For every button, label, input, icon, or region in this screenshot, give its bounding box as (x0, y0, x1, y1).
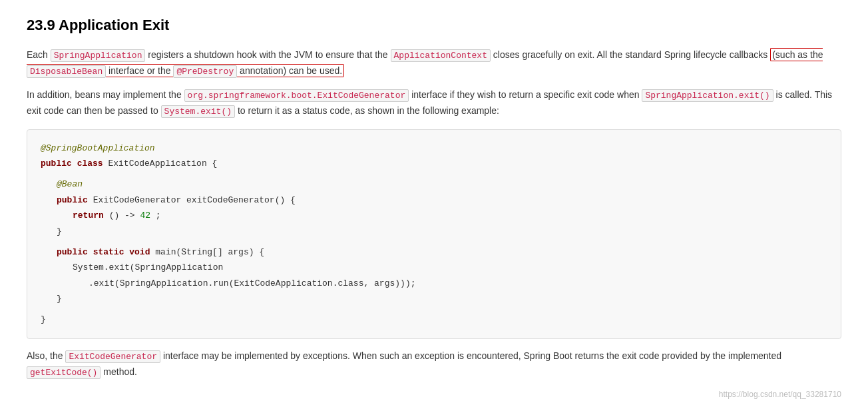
paragraph-3: Also, the ExitCodeGenerator interface ma… (27, 348, 841, 380)
code-line-10: } (57, 291, 827, 306)
para3-middle: interface may be implemented by exceptio… (163, 350, 781, 361)
application-context-code: ApplicationContext (391, 49, 491, 62)
code-line-7: public static void main(String[] args) { (57, 244, 827, 260)
annotation-bean: @Bean (57, 179, 83, 189)
para2-before: In addition, beans may implement the (27, 89, 184, 100)
page-title: 23.9 Application Exit (27, 13, 841, 37)
pre-destroy-code: @PreDestroy (173, 65, 237, 78)
para1-mid2: closes gracefully on exit. All the stand… (493, 49, 770, 60)
spring-application-code: SpringApplication (51, 49, 146, 62)
system-exit-code: System.exit() (161, 105, 235, 118)
para1-end: annotation) can be used. (240, 65, 342, 76)
get-exit-code-code: getExitCode() (27, 366, 101, 379)
para1-mid1: registers a shutdown hook with the JVM t… (148, 49, 390, 60)
para3-before: Also, the (27, 350, 65, 361)
code-line-8: System.exit(SpringApplication (73, 260, 827, 275)
annotation-spring-boot-app: @SpringBootApplication (41, 143, 155, 153)
code-line-11: } (41, 312, 827, 327)
exit-code-generator-full-code: org.springframework.boot.ExitCodeGenerat… (184, 89, 409, 102)
exit-code-generator-short-code: ExitCodeGenerator (65, 350, 160, 363)
code-line-3: @Bean (57, 177, 827, 192)
code-line-5: return () -> 42 ; (73, 208, 827, 223)
code-line-6: } (57, 224, 827, 239)
code-block: @SpringBootApplication public class Exit… (27, 129, 841, 339)
para1-highlighted: (such as the (772, 49, 823, 60)
code-line-4: public ExitCodeGenerator exitCodeGenerat… (57, 193, 827, 208)
code-line-9: .exit(SpringApplication.run(ExitCodeAppl… (89, 276, 827, 291)
para2-mid1: interface if they wish to return a speci… (411, 89, 642, 100)
para2-end: to return it as a status code, as shown … (238, 105, 499, 116)
code-line-2: public class ExitCodeApplication { (41, 156, 827, 171)
watermark: https://blog.csdn.net/qq_33281710 (27, 388, 841, 399)
disposable-bean-code: DisposableBean (27, 65, 106, 78)
spring-app-exit-code: SpringApplication.exit() (642, 89, 773, 102)
paragraph-2: In addition, beans may implement the org… (27, 87, 841, 119)
para1-before: Each (27, 49, 51, 60)
paragraph-1: Each SpringApplication registers a shutd… (27, 47, 841, 79)
code-line-1: @SpringBootApplication (41, 141, 827, 156)
para3-end: method. (103, 366, 137, 377)
para1-mid3: interface or the (108, 65, 173, 76)
